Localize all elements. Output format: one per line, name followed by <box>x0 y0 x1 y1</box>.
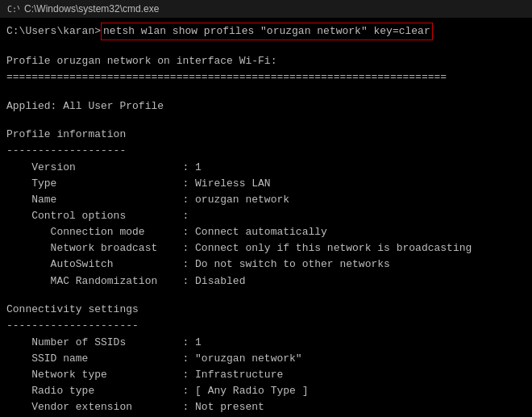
console-area: C:\Users\karan>netsh wlan show profiles … <box>0 18 532 417</box>
output-line: --------------------- <box>6 318 526 334</box>
output-line: Radio type : [ Any Radio Type ] <box>6 383 526 399</box>
cmd-icon: C:\ <box>6 2 19 15</box>
title-bar: C:\ C:\Windows\system32\cmd.exe <box>0 0 532 18</box>
output-line: Control options : <box>6 208 526 224</box>
svg-text:C:\: C:\ <box>7 5 19 14</box>
output-line: Type : Wireless LAN <box>6 176 526 192</box>
window: C:\ C:\Windows\system32\cmd.exe C:\Users… <box>0 0 532 417</box>
output-line: Network broadcast : Connect only if this… <box>6 240 526 256</box>
output-line <box>6 85 526 98</box>
output-line: Number of SSIDs : 1 <box>6 335 526 351</box>
output-line: Applied: All User Profile <box>6 98 526 115</box>
output-line: ------------------- <box>6 143 526 159</box>
output-line: Network type : Infrastructure <box>6 367 526 383</box>
output-line: Version : 1 <box>6 160 526 176</box>
command-line: C:\Users\karan>netsh wlan show profiles … <box>6 23 526 40</box>
output-line <box>6 115 526 127</box>
output-line: Connection mode : Connect automatically <box>6 224 526 240</box>
output-container: Profile oruzgan network on interface Wi-… <box>6 40 526 417</box>
output-line: MAC Randomization : Disabled <box>6 273 526 290</box>
prompt: C:\Users\karan> <box>6 23 101 40</box>
output-line: Profile oruzgan network on interface Wi-… <box>6 53 526 69</box>
output-line: Name : oruzgan network <box>6 192 526 208</box>
output-line: AutoSwitch : Do not switch to other netw… <box>6 256 526 273</box>
command-box: netsh wlan show profiles "oruzgan networ… <box>101 23 433 40</box>
output-line: Vendor extension : Not present <box>6 399 526 415</box>
output-line: Profile information <box>6 127 526 143</box>
output-line <box>6 40 526 53</box>
output-line <box>6 290 526 302</box>
window-title: C:\Windows\system32\cmd.exe <box>24 3 159 15</box>
output-line: SSID name : "oruzgan network" <box>6 351 526 367</box>
output-line: ========================================… <box>6 69 526 85</box>
output-line: Connectivity settings <box>6 302 526 318</box>
